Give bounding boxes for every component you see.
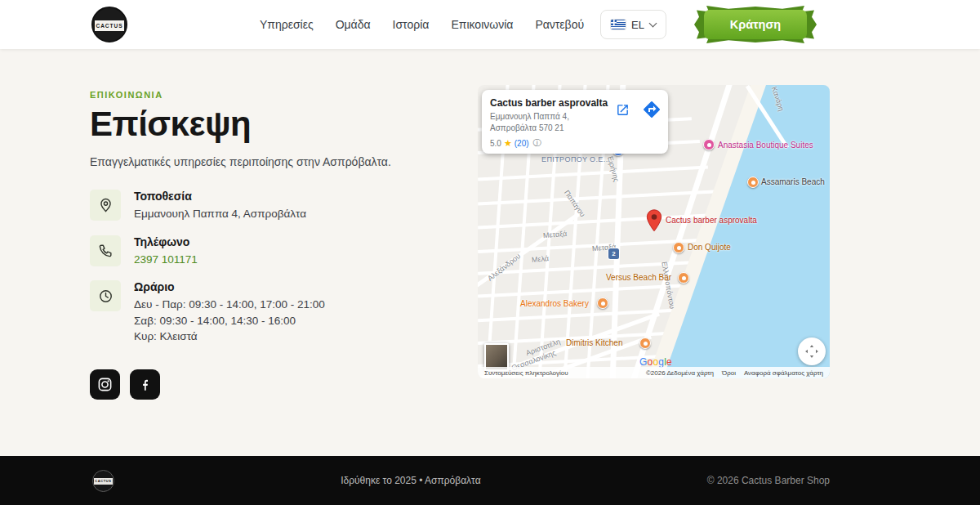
kitchen-marker[interactable] (639, 337, 651, 349)
section-overline: ΕΠΙΚΟΙΝΩΝΙΑ (90, 90, 457, 100)
contact-column: ΕΠΙΚΟΙΝΩΝΙΑ Επίσκεψη Επαγγελματικές υπηρ… (90, 90, 457, 400)
social-links (90, 369, 457, 400)
hours-title: Ωράριο (134, 280, 325, 293)
street-label: Μεταξά (543, 230, 568, 240)
poi-label-cactus[interactable]: Cactus barber asprovalta (666, 216, 757, 225)
report-error-link[interactable]: Αναφορά σφάλματος χάρτη (744, 369, 823, 377)
map-data-label: ©2026 Δεδομένα χάρτη (646, 369, 714, 377)
footer-copyright: © 2026 Cactus Barber Shop (707, 475, 830, 486)
hotel-marker[interactable] (703, 139, 715, 150)
facebook-icon (137, 377, 153, 392)
nav-item-team[interactable]: Ομάδα (336, 18, 371, 31)
road-number-badge: 2 (608, 248, 619, 259)
logo-text: CACTUS (96, 23, 122, 29)
nav-item-appointment[interactable]: Ραντεβού (535, 18, 584, 31)
site-logo[interactable]: CACTUS (91, 7, 127, 42)
logo-band: CACTUS (95, 20, 124, 31)
phone-icon (90, 235, 121, 266)
nav-item-history[interactable]: Ιστορία (393, 18, 430, 31)
map-card-title: Cactus barber asprovalta (490, 97, 660, 109)
map-card-rating: 5.0 ★ (20) ⓘ (490, 137, 660, 149)
site-header: CACTUS Υπηρεσίες Ομάδα Ιστορία Επικοινων… (0, 0, 980, 49)
poi-label-alexandros[interactable]: Alexandros Bakery (520, 299, 589, 308)
location-item: Τοποθεσία Εμμανουηλ Παππα 4, Ασπροβάλτα (90, 190, 457, 222)
hours-weekdays: Δευ - Παρ: 09:30 - 14:00, 17:00 - 21:00 (134, 297, 325, 313)
pan-arrows-icon (804, 343, 820, 360)
poi-label-versus[interactable]: Versus Beach Bar (606, 273, 671, 282)
area-label-epitropou: ΕΠΙΤΡΟΠΟΥ Ο.Ε... (541, 155, 610, 163)
open-in-new-button[interactable] (616, 103, 630, 117)
main-nav: Υπηρεσίες Ομάδα Ιστορία Επικοινωνία Ραντ… (260, 18, 584, 31)
beach-marker[interactable] (747, 177, 759, 188)
google-logo[interactable]: Google (639, 356, 672, 368)
map-card-address-1: Εμμανουηλ Παππά 4, (490, 111, 660, 123)
phone-link[interactable]: 2397 101171 (134, 253, 198, 266)
directions-icon (642, 100, 662, 119)
language-label: EL (631, 19, 644, 31)
street-label: Μελά (532, 254, 550, 264)
location-value: Εμμανουηλ Παππα 4, Ασπροβάλτα (134, 206, 306, 222)
map-pan-control[interactable] (798, 337, 826, 365)
footer-logo[interactable]: CACTUS (92, 470, 114, 492)
facebook-button[interactable] (130, 369, 160, 400)
reviews-link[interactable]: (20) (514, 139, 529, 148)
directions-button[interactable] (642, 100, 662, 119)
info-icon: ⓘ (533, 137, 541, 149)
terms-link[interactable]: Όροι (722, 369, 736, 377)
street-label: Αλεξάνδρου (486, 252, 522, 282)
star-icon: ★ (504, 139, 512, 148)
map-card-address-2: Ασπροβάλτα 570 21 (490, 123, 660, 134)
map-info-card: Cactus barber asprovalta Εμμανουηλ Παππά… (482, 90, 668, 154)
poi-label-assamaris[interactable]: Assamaris Beach (761, 177, 825, 186)
rating-score: 5.0 (490, 139, 501, 148)
page-title: Επίσκεψη (90, 105, 457, 144)
main-section: ΕΠΙΚΟΙΝΩΝΙΑ Επίσκεψη Επαγγελματικές υπηρ… (0, 49, 980, 456)
poi-label-dimitris[interactable]: Dimitris Kitchen (566, 338, 622, 347)
instagram-icon (97, 377, 113, 392)
site-footer: CACTUS Ιδρύθηκε το 2025 • Ασπρόβαλτα © 2… (0, 456, 980, 505)
greek-flag-icon (611, 20, 626, 29)
bar-marker[interactable] (678, 272, 689, 284)
map-attribution-bar: Συντομεύσεις πληκτρολογίου ©2026 Δεδομέν… (478, 367, 830, 378)
phone-title: Τηλέφωνο (134, 235, 198, 248)
hours-sunday: Κυρ: Κλειστά (134, 329, 325, 345)
google-map-embed[interactable]: Ειρήνης Παπάγου Μεταξά Μεταξά Μελά Αλεξά… (478, 85, 830, 378)
bakery-marker[interactable] (597, 297, 608, 309)
language-selector[interactable]: EL (600, 10, 666, 39)
badge-face: Κράτηση (704, 10, 807, 39)
instagram-button[interactable] (90, 369, 120, 400)
location-pin-icon (90, 190, 121, 221)
chevron-down-icon (649, 19, 657, 27)
booking-button[interactable]: Κράτηση (694, 6, 817, 43)
location-title: Τοποθεσία (134, 190, 306, 203)
nav-item-services[interactable]: Υπηρεσίες (260, 18, 314, 31)
phone-item: Τηλέφωνο 2397 101171 (90, 235, 457, 268)
footer-founded-text: Ιδρύθηκε το 2025 • Ασπρόβαλτα (341, 475, 480, 486)
footer-logo-band: CACTUS (94, 478, 113, 485)
nav-item-contact[interactable]: Επικοινωνία (451, 18, 513, 31)
page: CACTUS Υπηρεσίες Ομάδα Ιστορία Επικοινων… (0, 0, 980, 523)
poi-label-anastasia[interactable]: Anastasia Boutique Suites (718, 141, 813, 150)
hours-saturday: Σαβ: 09:30 - 14:00, 14:30 - 16:00 (134, 313, 325, 329)
intro-text: Επαγγελματικές υπηρεσίες περιποίησης στη… (90, 155, 457, 168)
open-in-new-icon (616, 103, 630, 117)
hours-item: Ωράριο Δευ - Παρ: 09:30 - 14:00, 17:00 -… (90, 280, 457, 345)
header-right: Υπηρεσίες Ομάδα Ιστορία Επικοινωνία Ραντ… (260, 6, 817, 43)
clock-icon (90, 280, 121, 311)
restaurant-marker[interactable] (673, 242, 684, 253)
booking-button-label: Κράτηση (730, 18, 781, 31)
poi-label-don-quijote[interactable]: Don Quijote (688, 243, 731, 252)
red-map-pin[interactable] (646, 209, 662, 232)
keyboard-shortcuts-link[interactable]: Συντομεύσεις πληκτρολογίου (484, 369, 568, 377)
